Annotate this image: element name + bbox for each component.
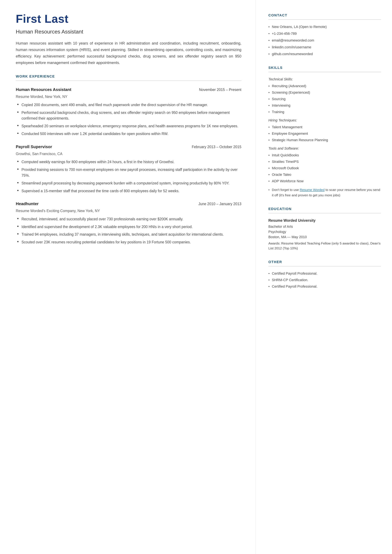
- skill-5: Training: [268, 109, 381, 114]
- contact-email: email@resumeworded.com: [268, 38, 381, 43]
- job-title-3: Headhunter: [16, 201, 39, 207]
- contact-phone: +1-234-456-789: [268, 31, 381, 36]
- job-header-3: Headhunter June 2010 – January 2013: [16, 201, 241, 207]
- bullet-3-4: Scouted over 23K resumes recruiting pote…: [16, 239, 241, 245]
- other-section: OTHER Certified Payroll Professional. SH…: [268, 259, 381, 289]
- education-section: EDUCATION Resume Worded University Bache…: [268, 206, 381, 251]
- contact-title: CONTACT: [268, 13, 381, 20]
- bullet-2-2: Provided training sessions to 700 non-ex…: [16, 167, 241, 178]
- edu-degree: Bachelor of Arts: [268, 224, 381, 229]
- other-2: SHRM-CP Certification.: [268, 277, 381, 282]
- skill-2: Screening (Experienced): [268, 90, 381, 95]
- main-column: First Last Human Resources Assistant Hum…: [0, 0, 256, 554]
- bullet-3-2: Identified and supervised the developmen…: [16, 224, 241, 230]
- job-title-2: Payroll Supervisor: [16, 144, 52, 150]
- job-company-1: Resume Worded, New York, NY: [16, 94, 241, 99]
- job-company-3: Resume Worded's Exciting Company, New Yo…: [16, 208, 241, 214]
- technical-skills-label: Technical Skills:: [268, 77, 381, 82]
- skill-3: Sourcing: [268, 96, 381, 102]
- job-bullets-1: Copied 200 documents, sent 490 emails, a…: [16, 102, 241, 137]
- hiring-skill-1: Talent Management: [268, 125, 381, 130]
- job-dates-1: November 2015 – Present: [199, 87, 242, 92]
- job-bullets-2: Computed weekly earnings for 800 employe…: [16, 159, 241, 194]
- hiring-techniques-list: Talent Management Employee Engagement St…: [268, 125, 381, 143]
- hiring-skill-3: Strategic Human Resource Planning: [268, 137, 381, 143]
- edu-field: Psychology: [268, 229, 381, 234]
- summary-text: Human resources assistant with 10 years …: [16, 40, 241, 66]
- job-title: Human Resources Assistant: [16, 28, 241, 36]
- tool-5: ADP Workforce Now: [268, 178, 381, 184]
- edu-school: Resume Worded University: [268, 218, 381, 223]
- job-dates-2: February 2013 – October 2015: [192, 144, 241, 150]
- contact-location: New Orleans, LA (Open to Remote): [268, 24, 381, 29]
- education-block: Resume Worded University Bachelor of Art…: [268, 218, 381, 251]
- bullet-2-3: Streamlined payroll processing by decrea…: [16, 180, 241, 186]
- other-1: Certified Payroll Professional.: [268, 271, 381, 276]
- bullet-1-2: Performed successful background checks, …: [16, 110, 241, 121]
- hiring-skill-2: Employee Engagement: [268, 131, 381, 136]
- work-experience-section-title: WORK EXPERIENCE: [16, 74, 241, 81]
- technical-skills-list: Recruiting (Advanced) Screening (Experie…: [268, 83, 381, 114]
- sidebar-column: CONTACT New Orleans, LA (Open to Remote)…: [256, 0, 392, 554]
- other-3: Certified Payroll Professional.: [268, 284, 381, 289]
- other-title: OTHER: [268, 259, 381, 266]
- bullet-1-3: Spearheaded 20 seminars on workplace vio…: [16, 123, 241, 129]
- skills-note: Don't forget to use Resume Worded to sca…: [268, 187, 381, 198]
- bullet-2-4: Supervised a 15-member staff that proces…: [16, 188, 241, 194]
- contact-linkedin: linkedin.com/in/username: [268, 44, 381, 50]
- job-block-3: Headhunter June 2010 – January 2013 Resu…: [16, 201, 241, 245]
- skill-1: Recruiting (Advanced): [268, 83, 381, 89]
- job-dates-3: June 2010 – January 2013: [198, 201, 241, 207]
- bullet-1-1: Copied 200 documents, sent 490 emails, a…: [16, 102, 241, 108]
- contact-list: New Orleans, LA (Open to Remote) +1-234-…: [268, 24, 381, 56]
- tool-2: Stratitec TimeIPS: [268, 159, 381, 164]
- hiring-techniques-label: Hiring Techniques:: [268, 118, 381, 123]
- contact-github: github.com/resumeworded: [268, 51, 381, 56]
- bullet-1-4: Conducted 500 interviews with over 1.2K …: [16, 131, 241, 137]
- job-bullets-3: Recruited, interviewed, and successfully…: [16, 216, 241, 245]
- contact-section: CONTACT New Orleans, LA (Open to Remote)…: [268, 13, 381, 56]
- resume-page: First Last Human Resources Assistant Hum…: [0, 0, 392, 554]
- job-block-2: Payroll Supervisor February 2013 – Octob…: [16, 144, 241, 194]
- bullet-3-1: Recruited, interviewed, and successfully…: [16, 216, 241, 222]
- job-block-1: Human Resources Assistant November 2015 …: [16, 87, 241, 137]
- resume-worded-link[interactable]: Resume Worded: [300, 188, 325, 192]
- education-title: EDUCATION: [268, 206, 381, 213]
- bullet-3-3: Trained 94 employees, including 37 manag…: [16, 231, 241, 237]
- tools-software-label: Tools and Software:: [268, 146, 381, 151]
- job-header-1: Human Resources Assistant November 2015 …: [16, 87, 241, 93]
- edu-date: Boston, MA — May 2010: [268, 234, 381, 239]
- tools-list: Intuit QuickBooks Stratitec TimeIPS Micr…: [268, 153, 381, 184]
- candidate-name: First Last: [16, 13, 241, 25]
- tool-3: Microsoft Outlook: [268, 166, 381, 171]
- other-list: Certified Payroll Professional. SHRM-CP …: [268, 271, 381, 289]
- tool-1: Intuit QuickBooks: [268, 153, 381, 158]
- skill-4: Interviewing: [268, 103, 381, 108]
- skills-section: SKILLS Technical Skills: Recruiting (Adv…: [268, 65, 381, 198]
- job-header-2: Payroll Supervisor February 2013 – Octob…: [16, 144, 241, 150]
- tool-4: Oracle Taleo: [268, 172, 381, 177]
- edu-awards: Awards: Resume Worded Teaching Fellow (o…: [268, 241, 381, 251]
- job-title-1: Human Resources Assistant: [16, 87, 71, 93]
- skills-title: SKILLS: [268, 65, 381, 72]
- skills-note-prefix: Don't forget to use: [272, 188, 300, 192]
- job-company-2: Growthsi, San Francisco, CA: [16, 151, 241, 157]
- bullet-2-1: Computed weekly earnings for 800 employe…: [16, 159, 241, 165]
